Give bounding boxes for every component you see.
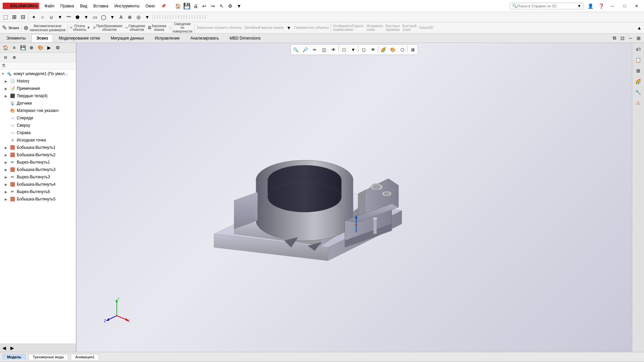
tree-item-top[interactable]: ▶ ▭ Сверху bbox=[0, 122, 76, 129]
vt-color[interactable]: 🌈 bbox=[379, 45, 388, 54]
tb-more2[interactable]: ▼ bbox=[82, 13, 90, 21]
close-btn[interactable]: ✕ bbox=[632, 1, 641, 11]
tab-minimize[interactable]: ─ bbox=[627, 34, 635, 42]
scroll-left[interactable]: ◀ bbox=[0, 344, 8, 352]
tree-item-right[interactable]: ▶ ▭ Справа bbox=[0, 129, 76, 136]
panel-btn-expand-all[interactable]: ⊞ bbox=[10, 53, 18, 61]
qa-more[interactable]: ▼ bbox=[235, 2, 243, 10]
vt-display[interactable]: 👁 bbox=[369, 45, 377, 54]
vt-appearance[interactable]: ⬡ bbox=[398, 45, 407, 54]
tab-window-controls[interactable]: ⧉ bbox=[610, 34, 619, 42]
tab-mbd[interactable]: MBD Dimensions bbox=[225, 34, 266, 42]
tb-picture[interactable]: 🖼 Картинкаэскиза bbox=[147, 22, 168, 34]
tab-elements[interactable]: Элементы bbox=[1, 34, 31, 42]
qa-select[interactable]: ↖ bbox=[218, 2, 226, 10]
tb-snap2[interactable]: ⊞ bbox=[10, 13, 18, 21]
tree-item-boss5[interactable]: ▶ 🧱 Бобышка-Вытянуть5 bbox=[0, 195, 76, 203]
panel-btn-play[interactable]: ▶ bbox=[45, 44, 53, 52]
vt-scene[interactable]: 🎨 bbox=[388, 45, 397, 54]
tab-analyze[interactable]: Анализировать bbox=[185, 34, 224, 42]
tb-grid2[interactable]: ◎ bbox=[135, 13, 143, 21]
tb-grid1[interactable]: ⊕ bbox=[126, 13, 134, 21]
search-bar[interactable]: 🔍 ▼ bbox=[510, 3, 584, 9]
tree-item-sensors[interactable]: ▶ 📡 Датчики bbox=[0, 100, 76, 107]
menu-edit[interactable]: Правка bbox=[58, 2, 77, 10]
toolbar-collapse[interactable]: ▲ bbox=[635, 24, 643, 32]
tree-item-origin[interactable]: ▶ ✛ Исходная точка bbox=[0, 136, 76, 144]
tb-more1[interactable]: ▼ bbox=[56, 13, 64, 21]
tree-root[interactable]: ▼ 🔩 хомут шпинделя1 (По умол... bbox=[0, 70, 76, 77]
panel-btn-home[interactable]: 🏠 bbox=[1, 44, 9, 52]
search-input[interactable] bbox=[517, 4, 577, 8]
menu-tools[interactable]: Инструменты bbox=[112, 2, 142, 10]
tab-migration[interactable]: Миграция данных bbox=[106, 34, 149, 42]
rp-appearances[interactable]: 🏷 bbox=[633, 44, 643, 54]
vt-zoom[interactable]: 🔍 bbox=[291, 45, 300, 54]
trim-arrow[interactable]: ▼ bbox=[87, 26, 90, 29]
tb-more3[interactable]: ▼ bbox=[108, 13, 116, 21]
tb-circle[interactable]: ○ bbox=[39, 13, 47, 21]
rp-warnings[interactable]: ⚠ bbox=[633, 98, 643, 108]
vt-settings[interactable]: 🖥 bbox=[408, 45, 417, 54]
rp-colors[interactable]: 🌈 bbox=[633, 76, 643, 86]
tree-item-boss3[interactable]: ▶ 🧱 Бобышка-Вытянуть3 bbox=[0, 166, 76, 173]
tb-more4[interactable]: ▼ bbox=[143, 13, 151, 21]
tb-arc[interactable]: ∪ bbox=[47, 13, 55, 21]
vt-more1[interactable]: ▼ bbox=[349, 45, 358, 54]
menu-insert[interactable]: Вставка bbox=[91, 2, 111, 10]
tb-poly[interactable]: ⬟ bbox=[73, 13, 82, 21]
qa-save[interactable]: 💾 bbox=[183, 2, 191, 10]
menu-view[interactable]: Вид bbox=[77, 2, 90, 10]
vt-box[interactable]: ◻ bbox=[359, 45, 368, 54]
rp-tools[interactable]: 🔧 bbox=[633, 87, 643, 97]
qa-options[interactable]: ⚙ bbox=[226, 2, 234, 10]
tree-item-cut6[interactable]: ▶ ✂ Вырез-Вытянуть6 bbox=[0, 188, 76, 195]
bottom-tab-animation[interactable]: Анимация1 bbox=[71, 354, 99, 360]
tab-mesh[interactable]: Моделирование сетки bbox=[54, 34, 105, 42]
bottom-tab-model[interactable]: Модель bbox=[3, 354, 26, 360]
panel-btn-color[interactable]: 🎨 bbox=[36, 44, 44, 52]
minimize-btn[interactable]: ─ bbox=[608, 1, 617, 11]
tab-restore[interactable]: ⊞ bbox=[635, 34, 643, 42]
tree-item-boss4[interactable]: ▶ 🧱 Бобышка-Вытянуть4 bbox=[0, 181, 76, 188]
profile-btn[interactable]: 👤 bbox=[586, 2, 594, 10]
help-btn[interactable]: ❓ bbox=[597, 2, 605, 10]
tb-circle2[interactable]: ◯ bbox=[100, 13, 108, 21]
tb-rect[interactable]: ▭ bbox=[91, 13, 99, 21]
tree-item-history[interactable]: ▶ 🕒 History bbox=[0, 77, 76, 85]
tb-auto-dim-btn[interactable]: ⊕ Автоматическоенанесение размеров bbox=[22, 22, 67, 34]
vt-orient-cube[interactable]: ⬡ bbox=[339, 45, 348, 54]
bottom-tab-3dviews[interactable]: Трехмерные виды bbox=[29, 354, 68, 360]
panel-btn-collapse-all[interactable]: ⊟ bbox=[1, 53, 9, 61]
tree-item-boss2[interactable]: ▶ 🧱 Бобышка-Вытянуть2 bbox=[0, 151, 76, 159]
rp-properties[interactable]: 📋 bbox=[633, 55, 643, 65]
menu-window[interactable]: Окно bbox=[143, 2, 158, 10]
tb-snap1[interactable]: ⬚ bbox=[1, 13, 9, 21]
tb-text[interactable]: A bbox=[117, 13, 125, 21]
vt-section[interactable]: ◫ bbox=[320, 45, 328, 54]
qa-redo[interactable]: ↪ bbox=[209, 2, 217, 10]
tb-snap3[interactable]: ⊟ bbox=[19, 13, 27, 21]
panel-btn-settings[interactable]: ⚙ bbox=[54, 44, 62, 52]
search-dropdown-icon[interactable]: ▼ bbox=[577, 4, 581, 8]
panel-btn-save[interactable]: 💾 bbox=[19, 44, 27, 52]
menu-file[interactable]: Файл bbox=[42, 2, 57, 10]
tree-item-material[interactable]: ▶ 🎨 Материал <не указан> bbox=[0, 107, 76, 114]
tree-item-solids[interactable]: ▶ ⬛ Твердые тела(4) bbox=[0, 92, 76, 100]
tb-surface-offset[interactable]: ⬚ Смещениепоповерхности bbox=[168, 22, 194, 34]
panel-btn-add[interactable]: ⊕ bbox=[28, 44, 36, 52]
tree-item-boss1[interactable]: ▶ 🧱 Бобышка-Вытянуть1 bbox=[0, 144, 76, 151]
tb-line[interactable]: ✦ bbox=[30, 13, 38, 21]
scroll-right[interactable]: ▶ bbox=[8, 344, 16, 352]
qa-print[interactable]: 🖨 bbox=[192, 2, 200, 10]
tb-trim[interactable]: ✂ Отсечьобъекты ▼ bbox=[68, 22, 92, 34]
vt-view[interactable]: 👁 bbox=[329, 45, 338, 54]
pattern-more[interactable]: ▼ bbox=[285, 24, 293, 32]
vt-edit[interactable]: ✏ bbox=[310, 45, 319, 54]
3d-view[interactable]: 🔍 🔎 ✏ ◫ 👁 ⬡ ▼ ◻ 👁 🌈 🎨 ⬡ 🖥 bbox=[76, 43, 632, 352]
tb-sketch-btn[interactable]: ✎ Эскиз bbox=[1, 22, 20, 34]
tb-convert[interactable]: ↺ Преобразованиеобъектов bbox=[92, 22, 124, 34]
tb-offset[interactable]: ⇨ Смещениеобъектов bbox=[124, 22, 147, 34]
qa-home[interactable]: 🏠 bbox=[174, 2, 182, 10]
vt-zoom-fit[interactable]: 🔎 bbox=[301, 45, 310, 54]
